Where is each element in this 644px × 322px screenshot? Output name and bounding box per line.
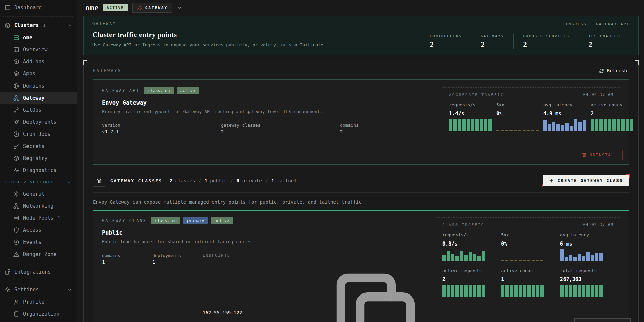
chart-bar xyxy=(595,119,598,131)
chart-bar xyxy=(569,255,572,261)
chart-bar xyxy=(612,119,616,131)
sidebar-item-deployments[interactable]: Deployments xyxy=(0,116,77,128)
sidebar-item-one[interactable]: one xyxy=(0,32,77,44)
sidebar-item-overview[interactable]: Overview xyxy=(0,44,77,56)
chart-bar xyxy=(462,119,466,131)
chart-bar xyxy=(582,256,585,261)
metric-active-conns: active conns1 xyxy=(501,268,554,297)
sidebar-item-organization[interactable]: Organization xyxy=(0,308,77,320)
chart-bar xyxy=(591,255,594,261)
banner-stat-label: TLS ENABLED xyxy=(588,34,620,38)
aggregate-traffic-header: AGGREGATE TRAFFIC 04:02:37 AM xyxy=(449,92,613,97)
chart-bar xyxy=(527,285,531,297)
metric-active-conns: active conns2 xyxy=(591,102,633,131)
sidebar-item-node-pools[interactable]: Node Pools1 xyxy=(0,212,77,224)
meta-label: version xyxy=(102,123,221,128)
gear-icon xyxy=(5,287,11,293)
sidebar-item-access[interactable]: Access xyxy=(0,224,77,236)
metric-value: 267,363 xyxy=(560,276,613,282)
rocket-icon xyxy=(13,119,19,125)
chart-bar xyxy=(552,122,555,131)
banner-stat-tls-enabled: TLS ENABLED2 xyxy=(579,34,630,49)
gateway-banner: GATEWAY Cluster traffic entry points Use… xyxy=(83,16,639,55)
sidebar-item-registry[interactable]: Registry xyxy=(0,152,77,164)
bar-chart xyxy=(560,249,613,261)
cutoff-button[interactable] xyxy=(574,318,631,322)
chart-bar xyxy=(578,285,581,297)
gateway-classes-bar: GATEWAY CLASSES 2classes/1public/0privat… xyxy=(93,175,629,193)
badge-active: active xyxy=(211,217,233,224)
sidebar-item-networking[interactable]: Networking xyxy=(0,200,77,212)
sidebar-item-settings[interactable]: Settings xyxy=(0,284,77,296)
sidebar-item-gitops[interactable]: GitOps xyxy=(0,104,77,116)
chart-bar xyxy=(458,119,461,131)
envoy-meta: versionv1.7.1gateway classes2domains2 xyxy=(102,123,433,135)
sidebar-item-integrations[interactable]: Integrations xyxy=(0,266,77,278)
sidebar-section-cluster-settings[interactable]: CLUSTER SETTINGS xyxy=(0,176,77,188)
count-value: 2 xyxy=(170,178,172,183)
sidebar-item-general[interactable]: General xyxy=(0,188,77,200)
dash-mark xyxy=(531,130,534,131)
chart-bar xyxy=(583,120,586,131)
sidebar-item-cron-jobs[interactable]: Cron Jobs xyxy=(0,128,77,140)
sidebar-item-what-s-new[interactable]: What's New xyxy=(0,320,77,322)
gateway-context-pill[interactable]: GATEWAY xyxy=(132,3,172,13)
public-class-title: Public xyxy=(102,229,427,236)
sidebar-item-add-ons[interactable]: Add-ons xyxy=(0,56,77,68)
sidebar-item-profile[interactable]: Profile xyxy=(0,296,77,308)
chevron-down-icon[interactable] xyxy=(177,5,182,10)
copy-button[interactable] xyxy=(325,262,427,322)
sidebar-item-domains[interactable]: Domains xyxy=(0,80,77,92)
banner-stat-label: CONTROLLERS xyxy=(430,34,462,38)
banner-left: GATEWAY Cluster traffic entry points Use… xyxy=(92,21,326,49)
metric-label: requests/s xyxy=(449,102,492,107)
chart-bar xyxy=(464,285,468,297)
chart-bar xyxy=(591,119,594,131)
banner-stat-value: 2 xyxy=(481,40,504,49)
sidebar-item-diagnostics[interactable]: Diagnostics xyxy=(0,164,77,176)
chart-bar xyxy=(617,119,620,131)
dash-mark xyxy=(523,130,526,131)
bar-chart xyxy=(560,285,613,297)
sidebar-item-dashboard[interactable]: Dashboard xyxy=(0,2,77,14)
sidebar-item-secrets[interactable]: Secrets xyxy=(0,140,77,152)
dash-mark xyxy=(519,260,522,261)
uninstall-button[interactable]: UNINSTALL xyxy=(577,150,623,160)
chart-bar xyxy=(578,122,582,131)
banner-stat-label: EXPOSED SERVICES xyxy=(523,34,569,38)
metric-label: total requests xyxy=(560,268,613,273)
sidebar-item-label: Overview xyxy=(23,47,47,53)
chart-bar xyxy=(565,123,569,131)
sidebar-item-danger-zone[interactable]: Danger Zone xyxy=(0,248,77,260)
sidebar-item-count: 1 xyxy=(43,23,45,28)
metric-requests-s: requests/s0.8/s xyxy=(442,232,496,261)
sidebar-item-gateway[interactable]: Gateway xyxy=(0,92,77,104)
metric-label: 5xx xyxy=(501,232,554,237)
chart-bar xyxy=(595,285,598,297)
sidebar-item-label: Networking xyxy=(23,203,53,209)
chart-bar xyxy=(469,285,472,297)
chart-bar xyxy=(578,254,581,261)
aggregate-traffic-panel: AGGREGATE TRAFFIC 04:02:37 AM requests/s… xyxy=(443,87,620,137)
class-traffic-header: CLASS TRAFFIC 04:02:37 AM xyxy=(442,222,613,227)
dash-mark xyxy=(510,260,513,261)
refresh-button[interactable]: Refresh xyxy=(597,67,629,75)
chart-bar xyxy=(460,251,463,261)
chart-bar xyxy=(442,285,446,297)
count-value: 0 xyxy=(236,178,239,183)
meta-value: 2 xyxy=(221,129,340,135)
create-gateway-class-button[interactable]: CREATE GATEWAY CLASS xyxy=(543,175,629,186)
sidebar-item-clusters[interactable]: Clusters1 xyxy=(0,19,77,32)
sidebar-item-events[interactable]: Events xyxy=(0,236,77,248)
refresh-icon xyxy=(599,68,604,73)
public-card-info: GATEWAY CLASS class: egprimaryactive Pub… xyxy=(102,217,427,322)
gateway-class-kicker: GATEWAY CLASS xyxy=(102,218,147,223)
chart-bar xyxy=(573,285,577,297)
chart-bar xyxy=(595,253,598,261)
chart-bar xyxy=(573,257,577,261)
chart-bar xyxy=(467,119,470,131)
dash-mark xyxy=(514,260,517,261)
chart-bar xyxy=(447,285,450,297)
chart-bar xyxy=(560,285,564,297)
sidebar-item-apps[interactable]: Apps xyxy=(0,68,77,80)
